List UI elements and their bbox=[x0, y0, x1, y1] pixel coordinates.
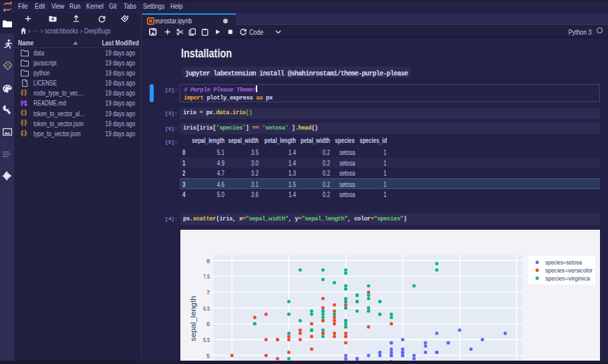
svg-text:6.5: 6.5 bbox=[203, 305, 210, 312]
svg-text:6: 6 bbox=[206, 321, 210, 327]
svg-text:8: 8 bbox=[206, 258, 210, 264]
svg-text:5: 5 bbox=[206, 353, 210, 359]
svg-text:species=setosa: species=setosa bbox=[545, 258, 583, 266]
svg-text:7.5: 7.5 bbox=[203, 273, 210, 280]
svg-text:sepal_length: sepal_length bbox=[190, 296, 197, 341]
svg-text:5.5: 5.5 bbox=[203, 337, 210, 343]
svg-text:species=virginica: species=virginica bbox=[545, 275, 591, 282]
svg-text:7: 7 bbox=[206, 289, 210, 296]
svg-text:species=versicolor: species=versicolor bbox=[545, 266, 593, 274]
